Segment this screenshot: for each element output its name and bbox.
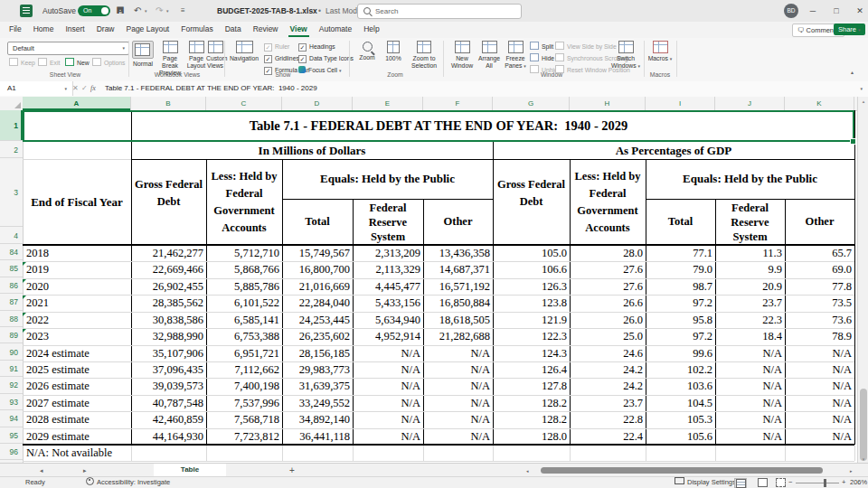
cell-value[interactable]: 5,712,710 bbox=[206, 245, 282, 261]
cell-value[interactable]: 105.3 bbox=[646, 411, 715, 427]
cell-value[interactable]: 128.2 bbox=[493, 395, 570, 411]
cell-value[interactable]: 7,400,198 bbox=[206, 378, 282, 394]
page-layout-status-button[interactable] bbox=[756, 478, 769, 488]
cell-value[interactable]: 69.0 bbox=[785, 261, 854, 277]
cell-value[interactable]: 5,433,156 bbox=[353, 295, 423, 311]
cell-header-equals-1[interactable]: Equals: Held by the Public bbox=[282, 159, 493, 199]
cell-value[interactable]: 27.6 bbox=[570, 278, 646, 295]
cell-value[interactable]: N/A bbox=[785, 411, 854, 427]
cell-value[interactable]: 21,462,277 bbox=[131, 245, 206, 261]
cell-value[interactable]: 7,568,718 bbox=[206, 411, 282, 427]
cell-year[interactable]: 2027 estimate bbox=[23, 395, 131, 411]
cell-header-gross-2[interactable]: Gross Federal Debt bbox=[494, 176, 569, 228]
cell-value[interactable]: 98.7 bbox=[646, 278, 715, 295]
cell-value[interactable]: 99.6 bbox=[646, 345, 715, 361]
cell-value[interactable]: N/A bbox=[353, 395, 423, 411]
cell-value[interactable]: 105.6 bbox=[646, 428, 715, 445]
cell-value[interactable]: 5,868,766 bbox=[206, 261, 282, 277]
cell-header-less-1[interactable]: Less: Held by Federal Government Account… bbox=[207, 168, 281, 237]
cell-year[interactable]: 2019 bbox=[23, 261, 131, 277]
cell-value[interactable]: N/A bbox=[423, 345, 493, 361]
cell-header-less-2[interactable]: Less: Held by Federal Government Account… bbox=[571, 168, 645, 237]
cell-value[interactable]: 36,441,118 bbox=[282, 428, 353, 445]
cell-header-frs-2[interactable]: Federal Reserve System bbox=[716, 201, 784, 244]
cell-value[interactable]: 33,249,552 bbox=[282, 395, 353, 411]
cell-value[interactable]: 73.6 bbox=[785, 312, 854, 328]
cell-value[interactable]: 97.2 bbox=[646, 328, 715, 344]
vertical-scroll-thumb[interactable] bbox=[860, 389, 867, 461]
cell-footnote[interactable]: N/A: Not available bbox=[23, 445, 294, 461]
cell-value[interactable]: N/A bbox=[785, 361, 854, 378]
cell-value[interactable]: N/A bbox=[353, 361, 423, 378]
cell-value[interactable]: 44,164,930 bbox=[131, 428, 206, 445]
cell-value[interactable]: N/A bbox=[423, 411, 493, 427]
cell-value[interactable]: 22,284,040 bbox=[282, 295, 353, 311]
cell-value[interactable]: 73.5 bbox=[785, 295, 854, 311]
cell-value[interactable]: 28,385,562 bbox=[131, 295, 206, 311]
cell-value[interactable]: 97.2 bbox=[646, 295, 715, 311]
zoom-level-label[interactable]: 206% bbox=[850, 477, 867, 488]
cell-value[interactable]: 16,571,192 bbox=[423, 278, 493, 295]
cell-value[interactable]: N/A bbox=[715, 361, 785, 378]
cell-value[interactable]: 122.3 bbox=[493, 328, 570, 344]
cell-value[interactable]: 95.8 bbox=[646, 312, 715, 328]
cell-value[interactable]: 24.6 bbox=[570, 345, 646, 361]
cell-year[interactable]: 2028 estimate bbox=[23, 411, 131, 427]
cell-value[interactable]: 4,445,477 bbox=[353, 278, 423, 295]
cell-value[interactable]: 27.6 bbox=[570, 261, 646, 277]
cell-value[interactable]: N/A bbox=[785, 345, 854, 361]
cell-value[interactable]: 123.8 bbox=[493, 295, 570, 311]
cell-value[interactable]: 103.6 bbox=[646, 378, 715, 394]
cell-value[interactable]: 102.2 bbox=[646, 361, 715, 378]
cell-value[interactable]: 9.9 bbox=[715, 261, 785, 277]
display-settings-button[interactable]: Display Settings bbox=[675, 477, 736, 488]
cell-value[interactable]: 15,749,567 bbox=[282, 245, 353, 261]
cell-value[interactable]: 78.9 bbox=[785, 328, 854, 344]
cell-value[interactable]: 106.6 bbox=[493, 261, 570, 277]
cell-value[interactable]: 21,016,669 bbox=[282, 278, 353, 295]
cell-value[interactable]: 16,850,884 bbox=[423, 295, 493, 311]
cell-value[interactable]: N/A bbox=[423, 378, 493, 394]
cell-value[interactable]: 29,983,773 bbox=[282, 361, 353, 378]
normal-view-status-button[interactable] bbox=[734, 478, 747, 488]
page-break-status-button[interactable] bbox=[774, 478, 787, 488]
cell-year[interactable]: 2018 bbox=[23, 245, 131, 261]
cell-year[interactable]: 2029 estimate bbox=[23, 428, 131, 445]
prev-sheet-icon[interactable]: ◂ bbox=[40, 464, 43, 477]
cell-value[interactable]: 42,460,859 bbox=[131, 411, 206, 427]
cell-value[interactable]: 22.3 bbox=[715, 312, 785, 328]
cell-value[interactable]: 7,112,662 bbox=[206, 361, 282, 378]
cell-value[interactable]: 39,039,573 bbox=[131, 378, 206, 394]
cell-value[interactable]: N/A bbox=[715, 345, 785, 361]
cell-value[interactable]: 37,096,435 bbox=[131, 361, 206, 378]
cell-value[interactable]: 35,107,906 bbox=[131, 345, 206, 361]
cell-value[interactable]: N/A bbox=[423, 361, 493, 378]
cell-value[interactable]: 126.3 bbox=[493, 278, 570, 295]
cell-value[interactable]: 6,101,522 bbox=[206, 295, 282, 311]
cell-value[interactable]: 6,951,721 bbox=[206, 345, 282, 361]
cell-value[interactable]: 5,634,940 bbox=[353, 312, 423, 328]
cell-value[interactable]: 128.2 bbox=[493, 411, 570, 427]
zoom-slider[interactable] bbox=[796, 483, 839, 483]
zoom-slider-thumb[interactable] bbox=[824, 479, 826, 487]
cell-value[interactable]: 32,988,990 bbox=[131, 328, 206, 344]
accessibility-status[interactable]: Accessibility: Investigate bbox=[86, 477, 170, 488]
cell-value[interactable]: 23.7 bbox=[570, 395, 646, 411]
cell-value[interactable]: 14,687,371 bbox=[423, 261, 493, 277]
cell-value[interactable]: 28.0 bbox=[570, 245, 646, 261]
cell-value[interactable]: 77.8 bbox=[785, 278, 854, 295]
cell-value[interactable]: 7,537,996 bbox=[206, 395, 282, 411]
scroll-down-icon[interactable]: ▾ bbox=[858, 456, 868, 462]
cell-value[interactable]: 5,885,786 bbox=[206, 278, 282, 295]
cell-value[interactable]: 26.6 bbox=[570, 295, 646, 311]
vertical-scrollbar[interactable]: ▴ ▾ bbox=[857, 97, 868, 463]
cell-header-equals-2[interactable]: Equals: Held by the Public bbox=[646, 159, 854, 199]
cell-value[interactable]: 124.3 bbox=[493, 345, 570, 361]
cell-header-other-1[interactable]: Other bbox=[423, 199, 493, 245]
cell-value[interactable]: N/A bbox=[715, 378, 785, 394]
zoom-out-icon[interactable]: − bbox=[788, 477, 792, 488]
fill-handle[interactable] bbox=[850, 138, 856, 145]
add-sheet-icon[interactable]: + bbox=[289, 464, 295, 477]
cell-value[interactable]: 26.0 bbox=[570, 312, 646, 328]
cell-value[interactable]: 18,618,505 bbox=[423, 312, 493, 328]
